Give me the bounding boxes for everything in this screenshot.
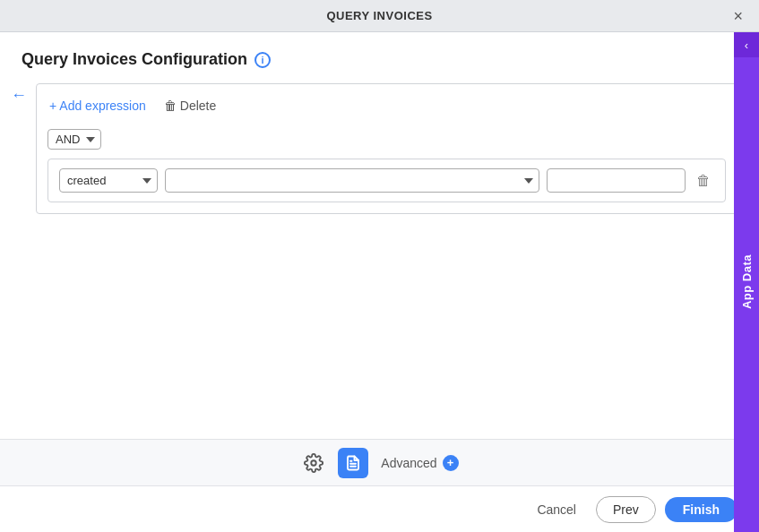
advanced-plus-icon: + bbox=[443, 455, 459, 471]
title-bar: QUERY INVOICES × bbox=[0, 0, 759, 32]
svg-point-0 bbox=[312, 460, 317, 466]
footer: Cancel Prev Finish bbox=[0, 485, 759, 532]
gear-icon bbox=[304, 453, 323, 473]
document-icon bbox=[345, 455, 361, 471]
delete-button[interactable]: 🗑 Delete bbox=[162, 95, 218, 116]
finish-button[interactable]: Finish bbox=[665, 497, 737, 522]
delete-label: Delete bbox=[180, 99, 216, 113]
app-data-label: App Data bbox=[740, 254, 754, 309]
title-bar-text: QUERY INVOICES bbox=[326, 9, 432, 22]
query-builder: + Add expression 🗑 Delete AND OR created… bbox=[36, 83, 737, 214]
modal-container: QUERY INVOICES × ← Query Invoices Config… bbox=[0, 0, 759, 532]
and-or-select[interactable]: AND OR bbox=[47, 129, 101, 150]
advanced-label: Advanced bbox=[381, 456, 436, 470]
trash-icon: 🗑 bbox=[164, 99, 177, 113]
advanced-button[interactable]: Advanced + bbox=[381, 455, 458, 471]
app-data-panel[interactable]: ‹ App Data bbox=[734, 32, 759, 532]
toolbar-row: + Add expression 🗑 Delete bbox=[47, 95, 726, 116]
value-input[interactable] bbox=[547, 168, 686, 193]
document-button[interactable] bbox=[338, 448, 368, 478]
operator-select[interactable]: equals not equals contains greater than … bbox=[165, 168, 539, 193]
cancel-button[interactable]: Cancel bbox=[526, 497, 587, 522]
prev-button[interactable]: Prev bbox=[596, 496, 656, 523]
delete-row-button[interactable]: 🗑 bbox=[693, 171, 714, 191]
back-arrow[interactable]: ← bbox=[7, 82, 30, 108]
field-select[interactable]: created amount status customer bbox=[59, 168, 158, 193]
trash-row-icon: 🗑 bbox=[696, 173, 711, 189]
page-heading: Query Invoices Configuration i bbox=[22, 50, 737, 69]
main-content: ← Query Invoices Configuration i + Add e… bbox=[0, 32, 759, 439]
add-expression-button[interactable]: + Add expression bbox=[47, 95, 148, 116]
page-title: Query Invoices Configuration bbox=[22, 50, 247, 69]
bottom-toolbar: Advanced + bbox=[0, 439, 759, 485]
info-icon[interactable]: i bbox=[254, 52, 271, 68]
close-button[interactable]: × bbox=[728, 6, 748, 26]
gear-button[interactable] bbox=[300, 450, 327, 476]
expression-row: created amount status customer equals no… bbox=[47, 159, 726, 202]
collapse-arrow[interactable]: ‹ bbox=[734, 32, 759, 57]
